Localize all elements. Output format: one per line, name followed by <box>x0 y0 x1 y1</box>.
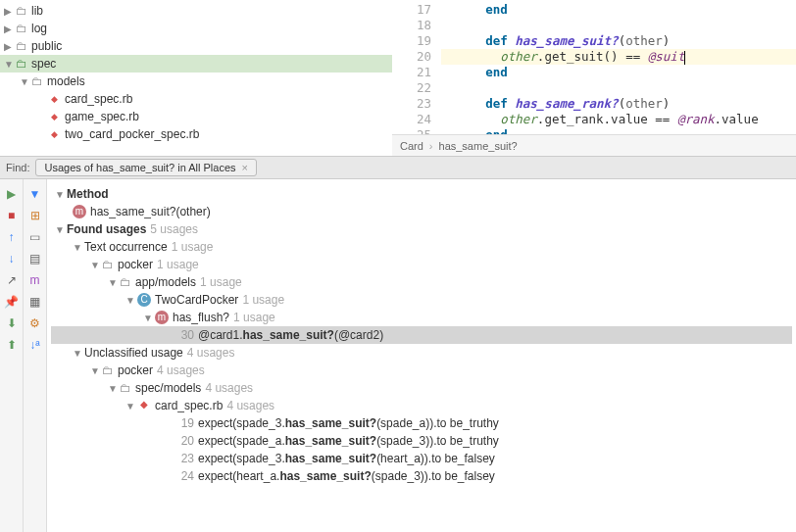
code-line-17[interactable]: end <box>441 2 796 18</box>
pin-icon[interactable]: 📌 <box>3 293 21 311</box>
chevron-down-icon: ▼ <box>125 295 135 306</box>
stop-icon[interactable]: ■ <box>3 207 21 224</box>
gutter-line-21: 21 <box>392 65 431 80</box>
code-line-19[interactable]: def has_same_suit?(other) <box>441 33 796 49</box>
code-line-21[interactable]: end <box>441 65 796 80</box>
method-icon[interactable]: m <box>26 271 44 289</box>
project-tree[interactable]: ▶🗀lib▶🗀log▶🗀public▼🗀spec▼🗀models◆card_sp… <box>0 0 392 156</box>
tree-item-models[interactable]: ▼🗀models <box>0 73 392 90</box>
folder-icon: 🗀 <box>120 275 131 289</box>
results-project-pocker[interactable]: ▼ 🗀 pocker 1 usage <box>51 256 792 273</box>
rerun-icon[interactable]: ▶ <box>3 185 21 203</box>
tree-item-label: log <box>31 22 47 35</box>
folder-icon: 🗀 <box>16 22 27 35</box>
code-panel: 171819202122232425 end def has_same_suit… <box>392 0 796 156</box>
settings-icon[interactable]: ⚙ <box>26 314 44 332</box>
chevron-icon: ▶ <box>4 41 14 52</box>
close-icon[interactable]: × <box>242 162 248 173</box>
chevron-down-icon: ▼ <box>73 348 82 359</box>
tree-item-game-spec-rb[interactable]: ◆game_spec.rb <box>0 108 392 125</box>
find-tab[interactable]: Usages of has_same_suit? in All Places × <box>35 159 257 176</box>
results-unclassified[interactable]: ▼ Unclassified usage 4 usages <box>51 344 792 362</box>
tree-item-label: game_spec.rb <box>65 110 139 123</box>
code-line-25[interactable]: end <box>441 127 796 134</box>
results-project-pocker2[interactable]: ▼ 🗀 pocker 4 usages <box>51 362 792 379</box>
breadcrumbs[interactable]: Card › has_same_suit? <box>392 134 796 156</box>
find-toolbar-right: ▼ ⊞ ▭ ▤ m ▦ ⚙ ↓ª <box>24 179 47 532</box>
code-area[interactable]: 171819202122232425 end def has_same_suit… <box>392 0 796 134</box>
class-badge-icon: C <box>137 293 151 307</box>
results-class-twocardpocker[interactable]: ▼ C TwoCardPocker 1 usage <box>51 291 792 309</box>
method-badge-icon: m <box>73 205 86 218</box>
find-results-tree[interactable]: ▼ Method m has_same_suit?(other) ▼ Found… <box>47 179 796 532</box>
breadcrumb-item[interactable]: has_same_suit? <box>439 140 518 152</box>
chevron-right-icon: › <box>429 140 433 152</box>
collapse-icon[interactable]: ⬆ <box>3 336 21 354</box>
flatten-icon[interactable]: ▤ <box>26 250 44 267</box>
gutter-line-17: 17 <box>392 2 431 18</box>
next-icon[interactable]: ↓ <box>3 250 21 267</box>
preview-icon[interactable]: ▦ <box>26 293 44 311</box>
folder-icon: 🗀 <box>102 363 114 377</box>
folder-icon: 🗀 <box>120 381 131 395</box>
breadcrumb-item[interactable]: Card <box>400 140 423 152</box>
chevron-icon: ▶ <box>4 24 14 34</box>
group-icon[interactable]: ⊞ <box>26 207 44 224</box>
code-line-24[interactable]: other.get_rank.value == @rank.value <box>441 112 796 127</box>
folder-icon: 🗀 <box>16 4 27 18</box>
gutter-line-19: 19 <box>392 33 431 49</box>
tree-item-label: card_spec.rb <box>65 92 132 106</box>
results-method-hasflush[interactable]: ▼ m has_flush? 1 usage <box>51 309 792 326</box>
export-icon[interactable]: ↗ <box>3 271 21 289</box>
result-line-24[interactable]: 24 expect(heart_a.has_same_suit?(spade_3… <box>51 467 792 485</box>
code-line-20[interactable]: other.get_suit() == @suit <box>441 49 796 65</box>
ruby-file-icon: ◆ <box>47 92 61 106</box>
tree-item-spec[interactable]: ▼🗀spec <box>0 55 392 73</box>
chevron-icon: ▼ <box>4 59 14 70</box>
gutter-line-23: 23 <box>392 96 431 112</box>
folder-icon: 🗀 <box>102 258 114 271</box>
chevron-down-icon: ▼ <box>90 260 100 270</box>
results-method-signature[interactable]: m has_same_suit?(other) <box>51 203 792 220</box>
folder-icon: 🗀 <box>31 74 43 88</box>
chevron-down-icon: ▼ <box>125 401 135 411</box>
tree-item-two-card-pocker-spec-rb[interactable]: ◆two_card_pocker_spec.rb <box>0 125 392 143</box>
gutter-line-25: 25 <box>392 127 431 134</box>
tree-item-label: two_card_pocker_spec.rb <box>65 127 199 141</box>
code-line-22[interactable] <box>441 80 796 96</box>
tree-item-lib[interactable]: ▶🗀lib <box>0 2 392 20</box>
results-text-occurrence[interactable]: ▼ Text occurrence 1 usage <box>51 238 792 256</box>
chevron-icon: ▶ <box>4 6 14 17</box>
tree-icon[interactable]: ▭ <box>26 228 44 246</box>
results-app-models[interactable]: ▼ 🗀 app/models 1 usage <box>51 273 792 291</box>
chevron-down-icon: ▼ <box>73 242 82 253</box>
method-badge-icon: m <box>155 311 169 324</box>
tree-item-label: public <box>31 39 62 53</box>
gutter: 171819202122232425 <box>392 0 441 134</box>
prev-icon[interactable]: ↑ <box>3 228 21 246</box>
ruby-file-icon: ◆ <box>47 127 61 141</box>
expand-icon[interactable]: ⬇ <box>3 314 21 332</box>
filter-icon[interactable]: ▼ <box>26 185 44 203</box>
tree-item-public[interactable]: ▶🗀public <box>0 37 392 55</box>
chevron-down-icon: ▼ <box>108 277 118 288</box>
result-line-19[interactable]: 19 expect(spade_3.has_same_suit?(spade_a… <box>51 414 792 432</box>
gutter-line-20: 20 <box>392 49 431 65</box>
results-method-header[interactable]: ▼ Method <box>51 185 792 203</box>
result-line-23[interactable]: 23 expect(spade_3.has_same_suit?(heart_a… <box>51 450 792 467</box>
result-line-30[interactable]: 30 @card1.has_same_suit?(@card2) <box>51 326 792 344</box>
results-spec-models[interactable]: ▼ 🗀 spec/models 4 usages <box>51 379 792 397</box>
gutter-line-22: 22 <box>392 80 431 96</box>
code-lines[interactable]: end def has_same_suit?(other) other.get_… <box>441 0 796 134</box>
find-label: Find: <box>0 162 35 173</box>
find-toolbar-left: ▶ ■ ↑ ↓ ↗ 📌 ⬇ ⬆ <box>0 179 24 532</box>
tree-item-card-spec-rb[interactable]: ◆card_spec.rb <box>0 90 392 108</box>
code-line-23[interactable]: def has_same_rank?(other) <box>441 96 796 112</box>
find-tab-title: Usages of has_same_suit? in All Places <box>44 162 235 173</box>
results-card-spec[interactable]: ▼ ◆ card_spec.rb 4 usages <box>51 397 792 414</box>
tree-item-log[interactable]: ▶🗀log <box>0 20 392 37</box>
results-found-usages[interactable]: ▼ Found usages 5 usages <box>51 220 792 238</box>
sort-icon[interactable]: ↓ª <box>26 336 44 354</box>
result-line-20[interactable]: 20 expect(spade_a.has_same_suit?(spade_3… <box>51 432 792 450</box>
code-line-18[interactable] <box>441 18 796 33</box>
